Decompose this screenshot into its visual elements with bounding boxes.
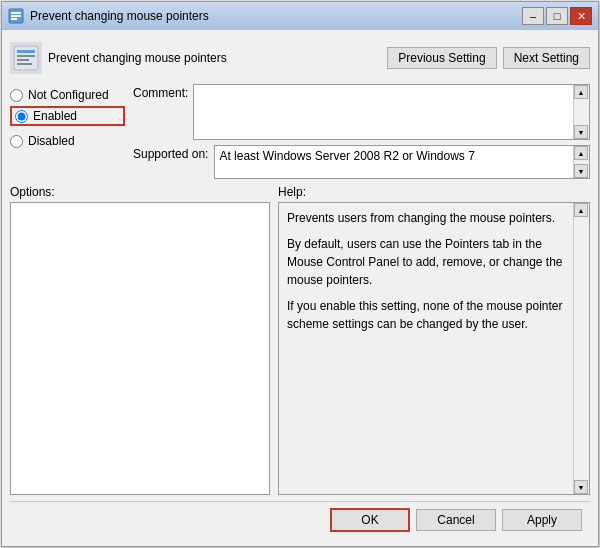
title-icon — [8, 8, 24, 24]
enabled-option-box[interactable]: Enabled — [10, 106, 125, 126]
svg-rect-3 — [11, 18, 17, 20]
svg-rect-4 — [14, 46, 38, 70]
help-pane: Help: Prevents users from changing the m… — [278, 185, 590, 495]
policy-icon — [10, 42, 42, 74]
svg-rect-2 — [11, 15, 21, 17]
svg-rect-1 — [11, 12, 21, 14]
help-text: Prevents users from changing the mouse p… — [279, 203, 573, 494]
disabled-option[interactable]: Disabled — [10, 134, 125, 148]
svg-rect-7 — [17, 59, 29, 61]
help-label: Help: — [278, 185, 590, 199]
previous-setting-button[interactable]: Previous Setting — [387, 47, 496, 69]
next-setting-button[interactable]: Next Setting — [503, 47, 590, 69]
title-bar: Prevent changing mouse pointers – □ ✕ — [2, 2, 598, 30]
comment-scrollbar: ▲ ▼ — [573, 85, 589, 139]
supported-scrollbar: ▲ ▼ — [573, 146, 589, 178]
footer: OK Cancel Apply — [10, 501, 590, 538]
title-buttons: – □ ✕ — [522, 7, 592, 25]
help-scrollbar: ▲ ▼ — [573, 203, 589, 494]
minimize-button[interactable]: – — [522, 7, 544, 25]
svg-rect-6 — [17, 55, 35, 57]
not-configured-option[interactable]: Not Configured — [10, 88, 125, 102]
supported-label: Supported on: — [133, 145, 208, 161]
help-line2: By default, users can use the Pointers t… — [287, 235, 565, 289]
radio-group: Not Configured Enabled Disabled — [10, 84, 125, 152]
comment-wrapper: ▲ ▼ — [193, 84, 590, 140]
svg-rect-5 — [17, 50, 35, 53]
help-line3: If you enable this setting, none of the … — [287, 297, 565, 333]
middle-section: Options: Help: Prevents users from chang… — [10, 185, 590, 495]
help-scroll-up[interactable]: ▲ — [574, 203, 588, 217]
disabled-radio[interactable] — [10, 135, 23, 148]
title-bar-left: Prevent changing mouse pointers — [8, 8, 209, 24]
options-pane: Options: — [10, 185, 270, 495]
title-text: Prevent changing mouse pointers — [30, 9, 209, 23]
apply-button[interactable]: Apply — [502, 509, 582, 531]
disabled-label: Disabled — [28, 134, 75, 148]
comment-label: Comment: — [133, 84, 188, 100]
ok-button[interactable]: OK — [330, 508, 410, 532]
main-window: Prevent changing mouse pointers – □ ✕ — [1, 1, 599, 547]
cancel-button[interactable]: Cancel — [416, 509, 496, 531]
not-configured-label: Not Configured — [28, 88, 109, 102]
maximize-button[interactable]: □ — [546, 7, 568, 25]
options-label: Options: — [10, 185, 270, 199]
header-left: Prevent changing mouse pointers — [10, 42, 227, 74]
help-line1: Prevents users from changing the mouse p… — [287, 209, 565, 227]
supported-wrapper: At least Windows Server 2008 R2 or Windo… — [214, 145, 590, 179]
svg-rect-8 — [17, 63, 32, 65]
comment-input[interactable] — [194, 85, 573, 139]
enabled-label: Enabled — [33, 109, 77, 123]
supported-scroll-down[interactable]: ▼ — [574, 164, 588, 178]
options-box — [10, 202, 270, 495]
not-configured-radio[interactable] — [10, 89, 23, 102]
comment-scroll-up[interactable]: ▲ — [574, 85, 588, 99]
supported-value: At least Windows Server 2008 R2 or Windo… — [215, 146, 573, 178]
header-title: Prevent changing mouse pointers — [48, 51, 227, 65]
content-area: Prevent changing mouse pointers Previous… — [2, 30, 598, 546]
header-row: Prevent changing mouse pointers Previous… — [10, 38, 590, 78]
comment-scroll-down[interactable]: ▼ — [574, 125, 588, 139]
help-scroll-down[interactable]: ▼ — [574, 480, 588, 494]
supported-row: Supported on: At least Windows Server 20… — [133, 145, 590, 179]
header-buttons: Previous Setting Next Setting — [387, 47, 590, 69]
close-button[interactable]: ✕ — [570, 7, 592, 25]
help-box-outer: Prevents users from changing the mouse p… — [278, 202, 590, 495]
enabled-radio[interactable] — [15, 110, 28, 123]
supported-scroll-up[interactable]: ▲ — [574, 146, 588, 160]
